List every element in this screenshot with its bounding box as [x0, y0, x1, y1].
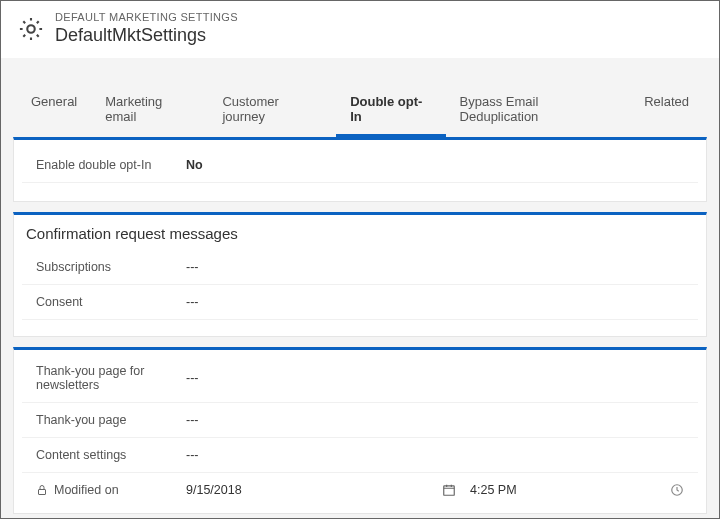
gear-icon	[17, 15, 45, 43]
subscriptions-value[interactable]: ---	[186, 260, 199, 274]
thankyou-news-label: Thank-you page for newsletters	[36, 364, 186, 392]
svg-point-0	[27, 25, 34, 32]
thankyou-news-value[interactable]: ---	[186, 371, 199, 385]
card-confirmation-messages: Confirmation request messages Subscripti…	[13, 212, 707, 337]
modified-on-date: 9/15/2018	[186, 483, 442, 497]
svg-rect-1	[39, 490, 46, 495]
page-header: DEFAULT MARKETING SETTINGS DefaultMktSet…	[1, 1, 719, 58]
consent-value[interactable]: ---	[186, 295, 199, 309]
consent-label: Consent	[36, 295, 186, 309]
confirmation-section-title: Confirmation request messages	[14, 215, 706, 250]
page-title: DefaultMktSettings	[55, 25, 238, 46]
tab-related[interactable]: Related	[630, 86, 703, 137]
modified-on-time: 4:25 PM	[470, 483, 670, 497]
tab-customer-journey[interactable]: Customer journey	[208, 86, 336, 137]
tab-marketing-email[interactable]: Marketing email	[91, 86, 208, 137]
clock-icon[interactable]	[670, 483, 684, 497]
tab-bypass-dedup[interactable]: Bypass Email Deduplication	[446, 86, 631, 137]
thankyou-value[interactable]: ---	[186, 413, 199, 427]
subscriptions-label: Subscriptions	[36, 260, 186, 274]
enable-optin-value[interactable]: No	[186, 158, 203, 172]
card-enable-optin: Enable double opt-In No	[13, 137, 707, 202]
tab-general[interactable]: General	[17, 86, 91, 137]
card-thankyou-settings: Thank-you page for newsletters --- Thank…	[13, 347, 707, 514]
thankyou-label: Thank-you page	[36, 413, 186, 427]
tab-double-opt-in[interactable]: Double opt-In	[336, 86, 445, 137]
tab-bar: General Marketing email Customer journey…	[17, 86, 703, 137]
breadcrumb: DEFAULT MARKETING SETTINGS	[55, 11, 238, 23]
modified-on-label: Modified on	[54, 483, 186, 497]
enable-optin-label: Enable double opt-In	[36, 158, 186, 172]
modified-on-row: Modified on 9/15/2018 4:25 PM	[22, 473, 698, 507]
lock-icon	[36, 484, 48, 496]
calendar-icon[interactable]	[442, 483, 456, 497]
svg-rect-2	[444, 486, 455, 495]
content-settings-value[interactable]: ---	[186, 448, 199, 462]
content-settings-label: Content settings	[36, 448, 186, 462]
